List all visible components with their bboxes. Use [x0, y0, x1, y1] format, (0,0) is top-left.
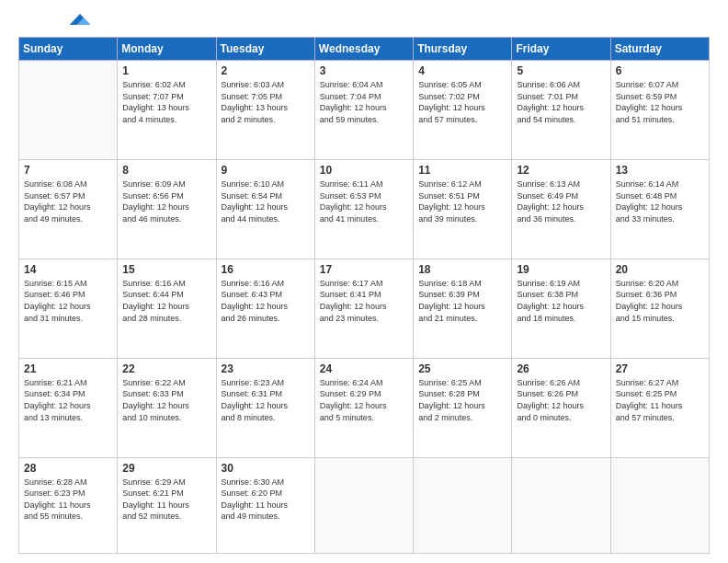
- day-info: Sunrise: 6:09 AM Sunset: 6:56 PM Dayligh…: [122, 178, 210, 224]
- day-number: 24: [320, 362, 408, 375]
- day-info: Sunrise: 6:04 AM Sunset: 7:04 PM Dayligh…: [320, 79, 408, 125]
- day-number: 18: [418, 263, 506, 276]
- day-info: Sunrise: 6:15 AM Sunset: 6:46 PM Dayligh…: [24, 278, 112, 324]
- day-info: Sunrise: 6:28 AM Sunset: 6:23 PM Dayligh…: [24, 477, 112, 523]
- calendar-cell: 7Sunrise: 6:08 AM Sunset: 6:57 PM Daylig…: [19, 159, 118, 259]
- day-number: 16: [222, 263, 310, 276]
- weekday-header: Wednesday: [314, 38, 413, 61]
- calendar-cell: [19, 61, 118, 160]
- calendar-cell: 19Sunrise: 6:19 AM Sunset: 6:38 PM Dayli…: [512, 259, 610, 358]
- day-info: Sunrise: 6:17 AM Sunset: 6:41 PM Dayligh…: [320, 278, 408, 324]
- calendar-cell: 10Sunrise: 6:11 AM Sunset: 6:53 PM Dayli…: [314, 159, 413, 259]
- day-info: Sunrise: 6:11 AM Sunset: 6:53 PM Dayligh…: [320, 178, 408, 224]
- day-number: 11: [418, 164, 506, 177]
- weekday-header: Sunday: [19, 38, 118, 61]
- calendar-cell: 12Sunrise: 6:13 AM Sunset: 6:49 PM Dayli…: [512, 159, 610, 259]
- day-number: 6: [616, 64, 704, 77]
- day-number: 28: [24, 462, 112, 475]
- day-number: 7: [24, 164, 112, 177]
- day-info: Sunrise: 6:20 AM Sunset: 6:36 PM Dayligh…: [616, 278, 704, 324]
- day-number: 5: [517, 64, 605, 77]
- calendar-cell: 27Sunrise: 6:27 AM Sunset: 6:25 PM Dayli…: [610, 358, 709, 457]
- calendar-cell: 17Sunrise: 6:17 AM Sunset: 6:41 PM Dayli…: [314, 259, 413, 358]
- calendar-cell: 20Sunrise: 6:20 AM Sunset: 6:36 PM Dayli…: [610, 259, 709, 358]
- weekday-header: Friday: [512, 38, 610, 61]
- day-info: Sunrise: 6:13 AM Sunset: 6:49 PM Dayligh…: [517, 178, 605, 224]
- day-number: 1: [122, 64, 210, 77]
- day-number: 27: [616, 362, 704, 375]
- calendar-cell: 8Sunrise: 6:09 AM Sunset: 6:56 PM Daylig…: [118, 159, 216, 259]
- day-number: 22: [122, 362, 210, 375]
- calendar-week-row: 21Sunrise: 6:21 AM Sunset: 6:34 PM Dayli…: [19, 358, 710, 457]
- calendar-cell: [314, 457, 413, 553]
- calendar-cell: 18Sunrise: 6:18 AM Sunset: 6:39 PM Dayli…: [414, 259, 512, 358]
- day-info: Sunrise: 6:06 AM Sunset: 7:01 PM Dayligh…: [517, 79, 605, 125]
- day-info: Sunrise: 6:07 AM Sunset: 6:59 PM Dayligh…: [616, 79, 704, 125]
- calendar-cell: 14Sunrise: 6:15 AM Sunset: 6:46 PM Dayli…: [19, 259, 118, 358]
- day-info: Sunrise: 6:24 AM Sunset: 6:29 PM Dayligh…: [320, 377, 408, 423]
- calendar-cell: 13Sunrise: 6:14 AM Sunset: 6:48 PM Dayli…: [610, 159, 709, 259]
- weekday-header: Saturday: [610, 38, 709, 61]
- calendar-cell: 5Sunrise: 6:06 AM Sunset: 7:01 PM Daylig…: [512, 61, 610, 160]
- day-info: Sunrise: 6:02 AM Sunset: 7:07 PM Dayligh…: [122, 79, 210, 125]
- day-number: 17: [320, 263, 408, 276]
- calendar-cell: 3Sunrise: 6:04 AM Sunset: 7:04 PM Daylig…: [314, 61, 413, 160]
- calendar-cell: 23Sunrise: 6:23 AM Sunset: 6:31 PM Dayli…: [216, 358, 314, 457]
- day-number: 2: [222, 64, 310, 77]
- calendar-cell: 6Sunrise: 6:07 AM Sunset: 6:59 PM Daylig…: [610, 61, 709, 160]
- day-number: 9: [222, 164, 310, 177]
- calendar-cell: 11Sunrise: 6:12 AM Sunset: 6:51 PM Dayli…: [414, 159, 512, 259]
- calendar-cell: 26Sunrise: 6:26 AM Sunset: 6:26 PM Dayli…: [512, 358, 610, 457]
- calendar-cell: [512, 457, 610, 553]
- day-info: Sunrise: 6:26 AM Sunset: 6:26 PM Dayligh…: [517, 377, 605, 423]
- day-info: Sunrise: 6:14 AM Sunset: 6:48 PM Dayligh…: [616, 178, 704, 224]
- day-info: Sunrise: 6:22 AM Sunset: 6:33 PM Dayligh…: [122, 377, 210, 423]
- calendar-cell: 21Sunrise: 6:21 AM Sunset: 6:34 PM Dayli…: [19, 358, 118, 457]
- logo: [18, 15, 94, 28]
- day-info: Sunrise: 6:19 AM Sunset: 6:38 PM Dayligh…: [517, 278, 605, 324]
- calendar-cell: 2Sunrise: 6:03 AM Sunset: 7:05 PM Daylig…: [216, 61, 314, 160]
- day-number: 26: [517, 362, 605, 375]
- day-number: 30: [222, 462, 310, 475]
- calendar-week-row: 28Sunrise: 6:28 AM Sunset: 6:23 PM Dayli…: [19, 457, 710, 553]
- weekday-header: Thursday: [414, 38, 512, 61]
- calendar-cell: 22Sunrise: 6:22 AM Sunset: 6:33 PM Dayli…: [118, 358, 216, 457]
- calendar-week-row: 7Sunrise: 6:08 AM Sunset: 6:57 PM Daylig…: [19, 159, 710, 259]
- day-info: Sunrise: 6:27 AM Sunset: 6:25 PM Dayligh…: [616, 377, 704, 423]
- day-number: 25: [418, 362, 506, 375]
- day-info: Sunrise: 6:08 AM Sunset: 6:57 PM Dayligh…: [24, 178, 112, 224]
- day-info: Sunrise: 6:29 AM Sunset: 6:21 PM Dayligh…: [122, 477, 210, 523]
- day-number: 14: [24, 263, 112, 276]
- calendar-cell: 9Sunrise: 6:10 AM Sunset: 6:54 PM Daylig…: [216, 159, 314, 259]
- day-info: Sunrise: 6:03 AM Sunset: 7:05 PM Dayligh…: [222, 79, 310, 125]
- calendar-cell: 30Sunrise: 6:30 AM Sunset: 6:20 PM Dayli…: [216, 457, 314, 553]
- day-number: 15: [122, 263, 210, 276]
- calendar-header-row: SundayMondayTuesdayWednesdayThursdayFrid…: [19, 38, 710, 61]
- calendar-cell: 15Sunrise: 6:16 AM Sunset: 6:44 PM Dayli…: [118, 259, 216, 358]
- weekday-header: Tuesday: [216, 38, 314, 61]
- calendar-cell: 4Sunrise: 6:05 AM Sunset: 7:02 PM Daylig…: [414, 61, 512, 160]
- day-info: Sunrise: 6:16 AM Sunset: 6:43 PM Dayligh…: [222, 278, 310, 324]
- day-number: 21: [24, 362, 112, 375]
- day-info: Sunrise: 6:05 AM Sunset: 7:02 PM Dayligh…: [418, 79, 506, 125]
- day-number: 10: [320, 164, 408, 177]
- page: SundayMondayTuesdayWednesdayThursdayFrid…: [0, 0, 728, 563]
- calendar-week-row: 1Sunrise: 6:02 AM Sunset: 7:07 PM Daylig…: [19, 61, 710, 160]
- calendar-week-row: 14Sunrise: 6:15 AM Sunset: 6:46 PM Dayli…: [19, 259, 710, 358]
- calendar-cell: 1Sunrise: 6:02 AM Sunset: 7:07 PM Daylig…: [118, 61, 216, 160]
- calendar-cell: [414, 457, 512, 553]
- day-number: 20: [616, 263, 704, 276]
- day-number: 8: [122, 164, 210, 177]
- calendar-cell: 29Sunrise: 6:29 AM Sunset: 6:21 PM Dayli…: [118, 457, 216, 553]
- day-number: 12: [517, 164, 605, 177]
- day-info: Sunrise: 6:18 AM Sunset: 6:39 PM Dayligh…: [418, 278, 506, 324]
- day-info: Sunrise: 6:12 AM Sunset: 6:51 PM Dayligh…: [418, 178, 506, 224]
- day-number: 29: [122, 462, 210, 475]
- day-number: 19: [517, 263, 605, 276]
- day-info: Sunrise: 6:16 AM Sunset: 6:44 PM Dayligh…: [122, 278, 210, 324]
- weekday-header: Monday: [118, 38, 216, 61]
- day-info: Sunrise: 6:23 AM Sunset: 6:31 PM Dayligh…: [222, 377, 310, 423]
- calendar-table: SundayMondayTuesdayWednesdayThursdayFrid…: [18, 37, 710, 554]
- calendar-cell: 24Sunrise: 6:24 AM Sunset: 6:29 PM Dayli…: [314, 358, 413, 457]
- day-number: 23: [222, 362, 310, 375]
